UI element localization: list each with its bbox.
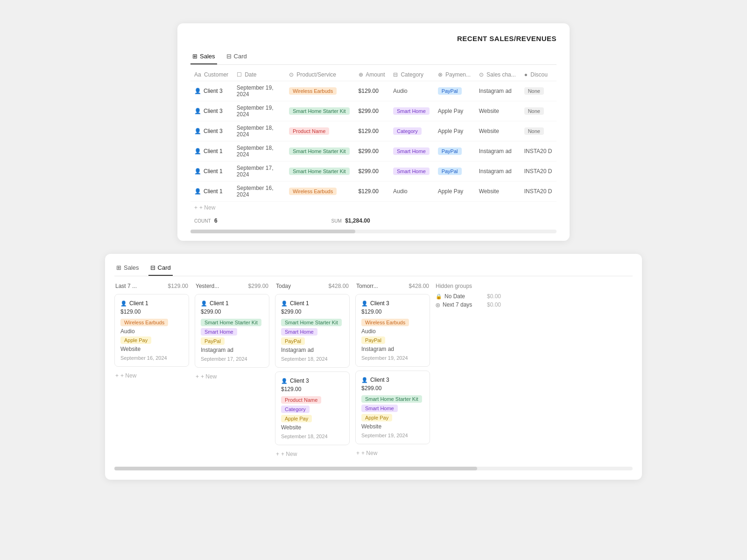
- person-icon: 👤: [194, 148, 201, 154]
- tab-card-bottom[interactable]: ⊟ Card: [148, 261, 173, 276]
- cell-customer: 👤 Client 1: [190, 141, 233, 161]
- col-label-0: Last 7 ...: [115, 283, 137, 289]
- person-icon: 👤: [194, 128, 201, 134]
- cell-date: September 18, 2024: [233, 141, 285, 161]
- table-row: 👤 Client 3 September 18, 2024 Product Na…: [190, 121, 557, 141]
- card-customer-name: Client 1: [290, 300, 309, 307]
- card-date: September 16, 2024: [120, 355, 183, 361]
- customer-name: Client 3: [204, 88, 223, 94]
- card-channel: Website: [120, 346, 183, 352]
- hidden-icon-0: 🔒: [436, 294, 442, 300]
- cell-product: Smart Home Starter Kit: [285, 161, 355, 182]
- table-row: 👤 Client 1 September 17, 2024 Smart Home…: [190, 161, 557, 182]
- customer-name: Client 1: [204, 148, 223, 154]
- bottom-scrollbar[interactable]: [114, 467, 633, 470]
- cell-payment: PayPal: [434, 81, 475, 101]
- scrollbar-thumb: [190, 230, 355, 233]
- card-person-icon: 👤: [281, 301, 288, 307]
- card-person-icon: 👤: [120, 301, 127, 307]
- cell-product: Product Name: [285, 121, 355, 141]
- card-payment: PayPal: [281, 337, 344, 345]
- tab-card-bottom-label: Card: [158, 264, 171, 271]
- card-customer-name: Client 3: [370, 377, 389, 383]
- card-product: Wireless Earbuds: [361, 319, 424, 326]
- card-tab-icon: ⊟: [226, 53, 232, 60]
- hidden-amount-1: $0.00: [487, 301, 501, 308]
- card-category: Category: [281, 406, 344, 413]
- sales-table: Aa Customer ☐ Date ⊙ Product/Service ⊕ A…: [190, 69, 557, 202]
- col-discount: ● Discou: [521, 69, 557, 81]
- tab-card-label: Card: [234, 53, 247, 60]
- top-tabs: ⊞ Sales ⊟ Card: [190, 50, 557, 65]
- cell-customer: 👤 Client 3: [190, 121, 233, 141]
- cell-date: September 18, 2024: [233, 121, 285, 141]
- cell-category: Audio: [389, 81, 434, 101]
- cell-amount: $129.00: [355, 121, 389, 141]
- card-product: Wireless Earbuds: [120, 319, 183, 326]
- person-icon: 👤: [194, 88, 201, 94]
- col-customer: Aa Customer: [190, 69, 233, 81]
- count-label: COUNT 6: [194, 217, 218, 224]
- card-date: September 18, 2024: [281, 356, 344, 362]
- card-category: Smart Home: [281, 328, 344, 336]
- card-person-icon: 👤: [361, 377, 368, 383]
- card-amount: $299.00: [201, 308, 263, 315]
- cell-date: September 17, 2024: [233, 161, 285, 182]
- cell-category: Category: [389, 121, 434, 141]
- new-card-button-2[interactable]: + + New: [275, 449, 350, 459]
- hidden-icon-1: ◎: [436, 302, 440, 308]
- cell-category: Smart Home: [389, 161, 434, 182]
- person-icon: 👤: [194, 168, 201, 175]
- new-row-button[interactable]: + + New: [190, 202, 557, 214]
- cell-date: September 19, 2024: [233, 81, 285, 101]
- card-amount: $129.00: [361, 308, 424, 315]
- card-amount: $129.00: [120, 308, 183, 315]
- card-col-1: Yesterd... $299.00 👤 Client 1 $299.00 Sm…: [195, 283, 269, 382]
- card-customer: 👤 Client 1: [120, 300, 183, 307]
- card-item: 👤 Client 3 $129.00 Product Name Category…: [275, 371, 350, 445]
- card-date: September 17, 2024: [201, 356, 263, 362]
- customer-name: Client 1: [204, 168, 223, 175]
- hidden-item-1: ◎ Next 7 days $0.00: [436, 301, 501, 308]
- cell-saleschannel: Instagram ad: [475, 161, 521, 182]
- card-channel: Website: [281, 424, 344, 431]
- col-amount-2: $428.00: [329, 283, 349, 289]
- tab-sales-bottom[interactable]: ⊞ Sales: [114, 261, 141, 276]
- card-category: Audio: [120, 328, 183, 335]
- hidden-item-0: 🔒 No Date $0.00: [436, 293, 501, 300]
- card-channel: Instagram ad: [201, 347, 263, 353]
- tab-card-top[interactable]: ⊟ Card: [225, 50, 249, 64]
- tab-sales-top[interactable]: ⊞ Sales: [190, 50, 217, 64]
- table-scrollbar[interactable]: [190, 230, 557, 233]
- table-row: 👤 Client 3 September 19, 2024 Smart Home…: [190, 101, 557, 121]
- col-header-3: Tomorr... $428.00: [355, 283, 430, 289]
- cell-amount: $129.00: [355, 81, 389, 101]
- card-product: Smart Home Starter Kit: [361, 395, 424, 403]
- col-header-1: Yesterd... $299.00: [195, 283, 269, 289]
- col-label-2: Today: [276, 283, 291, 289]
- card-col-0: Last 7 ... $129.00 👤 Client 1 $129.00 Wi…: [114, 283, 189, 381]
- customer-name: Client 3: [204, 128, 223, 134]
- customer-name: Client 3: [204, 108, 223, 114]
- new-card-button-1[interactable]: + + New: [195, 371, 269, 382]
- sales-icon-bottom: ⊞: [116, 264, 121, 271]
- cell-amount: $299.00: [355, 101, 389, 121]
- cell-customer: 👤 Client 1: [190, 161, 233, 182]
- new-card-button-0[interactable]: + + New: [114, 371, 189, 381]
- plus-icon: +: [194, 204, 197, 211]
- person-icon: 👤: [194, 108, 201, 114]
- col-header-0: Last 7 ... $129.00: [114, 283, 189, 289]
- cell-discount: INSTA20 D: [521, 141, 557, 161]
- cell-discount: INSTA20 D: [521, 182, 557, 202]
- table-row: 👤 Client 1 September 16, 2024 Wireless E…: [190, 182, 557, 202]
- new-card-button-3[interactable]: + + New: [355, 448, 430, 458]
- card-customer-name: Client 3: [290, 378, 309, 384]
- cell-discount: None: [521, 121, 557, 141]
- cell-customer: 👤 Client 1: [190, 182, 233, 202]
- card-icon-bottom: ⊟: [150, 264, 155, 271]
- cell-date: September 16, 2024: [233, 182, 285, 202]
- card-customer: 👤 Client 1: [201, 300, 263, 307]
- sales-tab-icon: ⊞: [192, 53, 197, 60]
- col-label-3: Tomorr...: [356, 283, 378, 289]
- cell-category: Audio: [389, 182, 434, 202]
